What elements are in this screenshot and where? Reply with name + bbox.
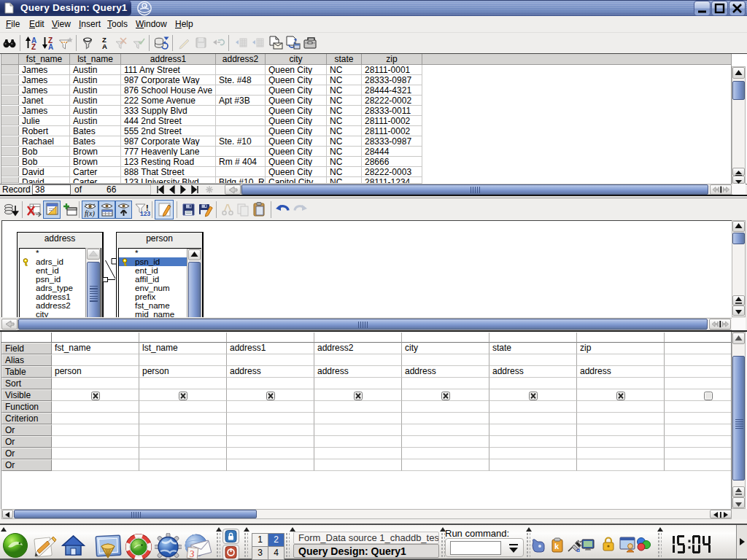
svg-text:Z: Z bbox=[31, 43, 36, 50]
svg-text:d: d bbox=[576, 547, 580, 553]
svg-text:A: A bbox=[48, 43, 53, 50]
svg-text:A: A bbox=[102, 42, 107, 50]
svg-text:f(x): f(x) bbox=[85, 209, 96, 217]
svg-text:!: ! bbox=[146, 203, 149, 212]
svg-text:123: 123 bbox=[140, 210, 150, 217]
svg-text:k: k bbox=[554, 542, 560, 551]
